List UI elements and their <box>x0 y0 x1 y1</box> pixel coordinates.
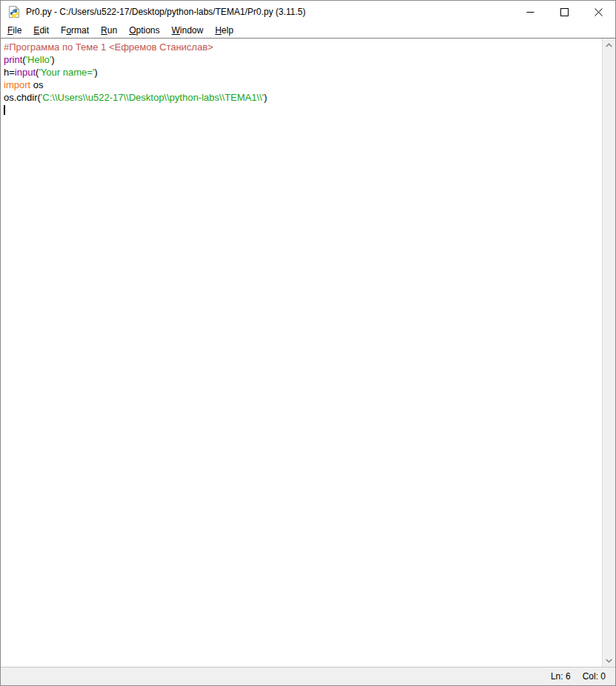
code-token-keyword: import <box>4 79 30 90</box>
chevron-up-icon <box>606 43 612 47</box>
code-line: print('Hello') <box>4 53 602 66</box>
scroll-down-button[interactable] <box>603 654 615 667</box>
code-line <box>4 104 602 116</box>
code-line: os.chdir('C:\\Users\\u522-17\\Desktop\\p… <box>4 91 602 104</box>
code-line: #Программа по Теме 1 <Ефремов Станислав> <box>4 41 602 53</box>
idle-editor-window: Pr0.py - C:/Users/u522-17/Desktop/python… <box>0 0 616 686</box>
menu-format[interactable]: Format <box>55 24 95 37</box>
close-icon <box>595 8 603 16</box>
code-token-comment: #Программа по Теме 1 <Ефремов Станислав> <box>4 41 213 53</box>
menubar: FileEditFormatRunOptionsWindowHelp <box>1 23 615 39</box>
window-controls <box>513 1 615 23</box>
statusbar: Ln: 6 Col: 0 <box>1 667 615 685</box>
code-token-string: 'C:\\Users\\u522-17\\Desktop\\python-lab… <box>41 92 264 103</box>
text-caret <box>4 105 5 115</box>
code-token-string: 'Hello' <box>26 54 52 65</box>
menu-help[interactable]: Help <box>209 24 239 37</box>
menu-edit[interactable]: Edit <box>27 24 55 37</box>
menu-mnemonic: H <box>215 25 222 36</box>
code-token-builtin: print <box>4 54 22 65</box>
code-token-plain: os <box>30 79 43 90</box>
code-token-string: 'Your name=' <box>39 67 94 78</box>
vertical-scrollbar[interactable] <box>602 39 615 667</box>
code-token-plain: ) <box>51 54 54 65</box>
code-token-plain: ) <box>94 67 97 78</box>
menu-mnemonic: O <box>129 25 136 36</box>
titlebar: Pr0.py - C:/Users/u522-17/Desktop/python… <box>1 1 615 23</box>
code-token-builtin: input <box>15 67 36 78</box>
python-file-icon <box>8 6 20 18</box>
menu-mnemonic: R <box>101 25 107 36</box>
menu-options[interactable]: Options <box>123 24 165 37</box>
menu-window[interactable]: Window <box>166 24 210 37</box>
code-line: h=input('Your name=') <box>4 66 602 79</box>
minimize-icon <box>526 8 534 16</box>
chevron-down-icon <box>606 659 612 663</box>
code-area[interactable]: #Программа по Теме 1 <Ефремов Станислав>… <box>1 39 602 667</box>
close-button[interactable] <box>581 1 615 23</box>
editor-content: #Программа по Теме 1 <Ефремов Станислав>… <box>1 39 615 667</box>
scroll-up-button[interactable] <box>603 39 615 51</box>
menu-run[interactable]: Run <box>95 24 123 37</box>
minimize-button[interactable] <box>513 1 547 23</box>
status-col-indicator: Col: 0 <box>583 671 606 682</box>
maximize-button[interactable] <box>547 1 581 23</box>
menu-file[interactable]: File <box>1 24 27 37</box>
code-token-plain: h= <box>4 67 15 78</box>
code-token-plain: ) <box>264 92 267 103</box>
window-title: Pr0.py - C:/Users/u522-17/Desktop/python… <box>26 7 513 17</box>
status-line-indicator: Ln: 6 <box>551 671 571 682</box>
code-line: import os <box>4 79 602 91</box>
code-token-plain: os.chdir( <box>4 92 41 103</box>
menu-mnemonic: W <box>172 25 180 36</box>
menu-mnemonic: E <box>33 25 39 36</box>
maximize-icon <box>560 8 569 16</box>
menu-mnemonic: F <box>7 25 13 36</box>
menu-mnemonic: o <box>66 25 71 36</box>
